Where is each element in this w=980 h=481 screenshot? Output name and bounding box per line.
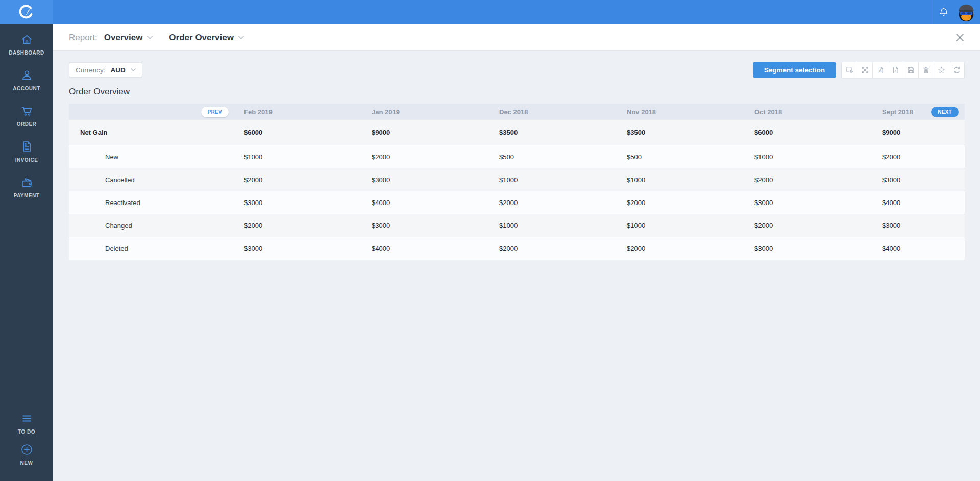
export-pdf-icon[interactable]: A bbox=[872, 62, 888, 78]
sidebar-footer: TO DO NEW bbox=[0, 412, 53, 481]
sidebar-item-payment[interactable]: PAYMENT bbox=[0, 175, 53, 198]
sidebar: DASHBOARD ACCOUNT ORDER bbox=[0, 24, 53, 481]
report-table-body: Net Gain$6000$9000$3500$3500$6000$9000Ne… bbox=[69, 120, 965, 260]
refresh-icon[interactable] bbox=[949, 62, 964, 78]
sidebar-item-order[interactable]: ORDER bbox=[0, 104, 53, 127]
invoice-document-icon: $ bbox=[20, 140, 34, 154]
shopping-cart-icon bbox=[20, 104, 34, 118]
sidebar-item-invoice[interactable]: $ INVOICE bbox=[0, 140, 53, 163]
value-cell: $3000 bbox=[368, 222, 495, 230]
currency-value: AUD bbox=[111, 66, 126, 74]
app-window: DASHBOARD ACCOUNT ORDER bbox=[0, 0, 980, 481]
app-logo[interactable] bbox=[0, 0, 53, 24]
report-toolbar: A x bbox=[841, 62, 965, 78]
favorite-icon[interactable] bbox=[934, 62, 949, 78]
notifications-bell-icon[interactable] bbox=[932, 0, 955, 24]
value-cell: $4000 bbox=[878, 245, 965, 252]
value-cell: $2000 bbox=[623, 199, 750, 207]
column-header: Jan 2019 bbox=[368, 108, 495, 116]
export-excel-icon[interactable]: x bbox=[888, 62, 903, 78]
value-cell: $500 bbox=[495, 153, 623, 161]
select-tool-icon[interactable] bbox=[842, 62, 857, 78]
prev-period-button[interactable]: PREV bbox=[201, 107, 229, 117]
plus-circle-icon bbox=[20, 443, 34, 457]
value-cell: $1000 bbox=[240, 153, 368, 161]
user-icon bbox=[20, 68, 34, 82]
report-type-value: Overview bbox=[104, 33, 143, 43]
sidebar-item-account[interactable]: ACCOUNT bbox=[0, 68, 53, 91]
sidebar-label: ORDER bbox=[17, 121, 37, 127]
value-cell: $9000 bbox=[878, 129, 965, 136]
currency-selector[interactable]: Currency: AUD bbox=[69, 62, 142, 78]
topbar bbox=[0, 0, 980, 24]
report-content: Currency: AUD Segment selection bbox=[53, 51, 980, 260]
sidebar-label: ACCOUNT bbox=[13, 86, 40, 91]
table-header-row: PREV Feb 2019 Jan 2019 Dec 2018 Nov 2018… bbox=[69, 104, 965, 120]
table-row: New$1000$2000$500$500$1000$2000 bbox=[69, 145, 965, 168]
value-cell: $3000 bbox=[878, 176, 965, 184]
column-header-last: Sept 2018 NEXT bbox=[878, 107, 965, 117]
currency-label: Currency: bbox=[76, 66, 106, 74]
value-cell: $3000 bbox=[240, 199, 368, 207]
page-title: Order Overview bbox=[69, 87, 965, 97]
value-cell: $9000 bbox=[368, 129, 495, 136]
sidebar-label: INVOICE bbox=[15, 157, 38, 163]
value-cell: $2000 bbox=[495, 245, 623, 252]
value-cell: $2000 bbox=[750, 222, 878, 230]
close-icon[interactable] bbox=[952, 31, 967, 45]
main-area: Report: Overview Order Overview Curre bbox=[53, 24, 980, 481]
next-period-button[interactable]: NEXT bbox=[931, 107, 959, 117]
value-cell: $4000 bbox=[878, 199, 965, 207]
report-type-dropdown[interactable]: Overview bbox=[104, 33, 153, 43]
value-cell: $2000 bbox=[623, 245, 750, 252]
report-header-bar: Report: Overview Order Overview bbox=[53, 24, 980, 51]
column-header: Feb 2019 bbox=[240, 108, 368, 116]
svg-text:$: $ bbox=[24, 142, 27, 147]
value-cell: $3000 bbox=[750, 199, 878, 207]
save-icon[interactable] bbox=[903, 62, 918, 78]
row-label: Net Gain bbox=[69, 129, 240, 136]
table-header-spacer: PREV bbox=[69, 107, 240, 117]
sidebar-label: TO DO bbox=[18, 429, 35, 435]
row-label: Cancelled bbox=[69, 176, 240, 184]
value-cell: $3000 bbox=[750, 245, 878, 252]
column-header: Oct 2018 bbox=[750, 108, 878, 116]
user-avatar[interactable] bbox=[957, 3, 976, 22]
wallet-cards-icon bbox=[20, 175, 34, 189]
value-cell: $500 bbox=[623, 153, 750, 161]
value-cell: $3000 bbox=[368, 176, 495, 184]
svg-text:x: x bbox=[895, 68, 897, 72]
fullscreen-icon[interactable] bbox=[857, 62, 872, 78]
value-cell: $1000 bbox=[495, 222, 623, 230]
order-overview-table: PREV Feb 2019 Jan 2019 Dec 2018 Nov 2018… bbox=[69, 104, 965, 260]
report-name-dropdown[interactable]: Order Overview bbox=[169, 33, 244, 43]
sidebar-item-new[interactable]: NEW bbox=[0, 443, 53, 466]
value-cell: $2000 bbox=[240, 176, 368, 184]
table-row: Reactivated$3000$4000$2000$2000$3000$400… bbox=[69, 191, 965, 214]
sidebar-label: DASHBOARD bbox=[9, 50, 44, 56]
row-label: Deleted bbox=[69, 245, 240, 252]
column-header: Nov 2018 bbox=[623, 108, 750, 116]
column-header: Dec 2018 bbox=[495, 108, 623, 116]
column-header: Sept 2018 bbox=[882, 108, 913, 116]
report-label: Report: bbox=[69, 33, 97, 43]
value-cell: $6000 bbox=[750, 129, 878, 136]
value-cell: $2000 bbox=[878, 153, 965, 161]
filter-row: Currency: AUD Segment selection bbox=[69, 62, 965, 78]
value-cell: $2000 bbox=[495, 199, 623, 207]
value-cell: $1000 bbox=[750, 153, 878, 161]
delete-icon[interactable] bbox=[918, 62, 934, 78]
table-row: Net Gain$6000$9000$3500$3500$6000$9000 bbox=[69, 120, 965, 145]
value-cell: $4000 bbox=[368, 245, 495, 252]
sidebar-item-todo[interactable]: TO DO bbox=[0, 412, 53, 435]
menu-lines-icon bbox=[20, 412, 34, 425]
value-cell: $3500 bbox=[623, 129, 750, 136]
sidebar-item-dashboard[interactable]: DASHBOARD bbox=[0, 33, 53, 56]
sidebar-label: PAYMENT bbox=[14, 193, 40, 198]
table-row: Cancelled$2000$3000$1000$1000$2000$3000 bbox=[69, 168, 965, 191]
report-name-value: Order Overview bbox=[169, 33, 234, 43]
segment-selection-button[interactable]: Segment selection bbox=[753, 62, 836, 78]
compass-c-logo-icon bbox=[18, 4, 35, 21]
row-label: New bbox=[69, 153, 240, 161]
table-row: Deleted$3000$4000$2000$2000$3000$4000 bbox=[69, 237, 965, 260]
